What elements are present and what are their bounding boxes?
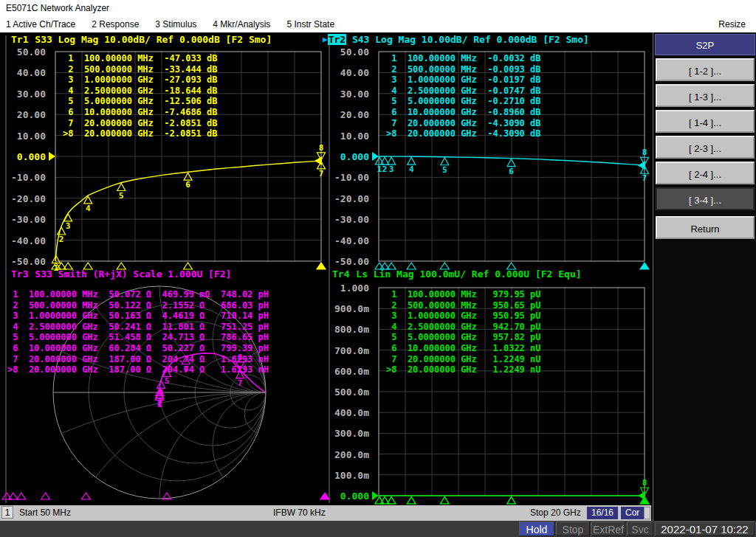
tr4-ytick: 700.0m: [329, 345, 369, 356]
tr4-ytick: 0.000: [329, 491, 369, 501]
tr1-ytick: 40.00: [6, 67, 46, 77]
softkey-3-4[interactable]: [ 3-4 ]...: [656, 187, 755, 210]
tr4-ytick: 800.0m: [329, 324, 369, 334]
active-trace-arrow-icon: ▶: [323, 35, 328, 44]
tr2-ytick: 50.00: [329, 46, 369, 57]
tr4-marker-row: >8 20.000000 GHz 1.2249 nU: [386, 364, 541, 375]
tr1-title: Tr1 S33 Log Mag 10.00dB/ Ref 0.000dB [F2…: [10, 34, 272, 46]
softkey-header-s2p: S2P: [655, 34, 755, 55]
tr1-marker-row: 1 100.00000 MHz -47.033 dB: [63, 53, 218, 64]
tr2-ytick: -40.00: [329, 235, 369, 246]
start-frequency-label: Start 50 MHz: [19, 505, 71, 521]
tr4-ytick: 900.0m: [329, 303, 369, 313]
window-title: E5071C Network Analyzer: [0, 0, 756, 16]
softkey-1-3[interactable]: [ 1-3 ]...: [656, 84, 755, 107]
menu-response[interactable]: 2 Response: [92, 16, 139, 32]
menu-instr-state[interactable]: 5 Instr State: [286, 16, 334, 32]
tr3-marker-row: >8 20.000000 GHz 187.00 Ω 204.74 Ω 1.629…: [7, 364, 269, 375]
tr2-ytick: -50.00: [329, 256, 369, 266]
extref-indicator: ExtRef: [591, 522, 625, 536]
tr3-marker-table: 1 100.00000 MHz 50.072 Ω 469.99 mΩ 748.0…: [7, 289, 269, 375]
tr1-title-rest: S33 Log Mag 10.00dB/ Ref 0.000dB [F2 Smo…: [29, 34, 272, 45]
tr2-ytick: 10.00: [329, 131, 369, 141]
tr1-ytick: -50.00: [6, 256, 46, 266]
tr1-marker-row: 5 5.0000000 GHz -12.506 dB: [63, 96, 218, 107]
tr2-ytick: 20.00: [329, 109, 369, 119]
tr3-marker-row: 4 2.5000000 GHz 50.241 Ω 11.801 Ω 751.25…: [7, 322, 269, 333]
tr3-marker-row: 3 1.0000000 GHz 50.163 Ω 4.4619 Ω 710.14…: [7, 311, 269, 322]
tr3-marker-row: 2 500.00000 MHz 50.122 Ω 2.1552 Ω 686.03…: [7, 300, 269, 311]
tr2-ytick: 30.00: [329, 89, 369, 99]
tr1-marker-row: 7 20.000000 GHz -2.0851 dB: [63, 118, 218, 129]
stop-frequency-label: Stop 20 GHz: [530, 505, 581, 521]
tr2-marker-row: 7 20.000000 GHz -4.3090 dB: [386, 118, 541, 129]
softkey-2-3[interactable]: [ 2-3 ]...: [656, 136, 755, 159]
tr4-marker-row: 3 1.0000000 GHz 950.95 pU: [386, 311, 541, 322]
menu-resize[interactable]: Resize: [718, 16, 746, 32]
tr2-ytick: 40.00: [329, 67, 369, 77]
tr2-marker-row: 2 500.00000 MHz -0.0093 dB: [386, 64, 541, 75]
tr2-marker-table: 1 100.00000 MHz -0.0032 dB 2 500.00000 M…: [386, 53, 541, 139]
tr4-ytick: 1.000: [329, 283, 369, 293]
tr3-marker-row: 1 100.00000 MHz 50.072 Ω 469.99 mΩ 748.0…: [7, 289, 269, 300]
softkey-2-4[interactable]: [ 2-4 ]...: [656, 162, 755, 184]
tr4-ytick: 400.0m: [329, 407, 369, 418]
tr1-ytick: 10.00: [6, 131, 46, 141]
sweep-points-badge: 16/16: [587, 507, 618, 519]
softkey-sidebar: S2P [ 1-2 ]... [ 1-3 ]... [ 1-4 ]... [ 2…: [653, 32, 756, 521]
tr4-title: Tr4 Ls Lin Mag 100.0mU/ Ref 0.000U [F2 E…: [331, 268, 582, 280]
tr2-marker-row: 4 2.5000000 GHz -0.0747 dB: [386, 86, 541, 97]
tr3-title: Tr3 S33 Smith (R+jX) Scale 1.000U [F2]: [10, 268, 231, 280]
tr3-title-rest: S33 Smith (R+jX) Scale 1.000U [F2]: [29, 268, 231, 280]
tr3-marker-row: 5 5.0000000 GHz 51.458 Ω 24.713 Ω 786.65…: [7, 332, 269, 343]
correction-badge: Cor: [621, 507, 644, 519]
tr1-ytick: -10.00: [6, 172, 46, 182]
menu-active-ch-trace[interactable]: 1 Active Ch/Trace: [6, 16, 75, 32]
menu-stimulus[interactable]: 3 Stimulus: [155, 16, 196, 32]
channel-status-bar: 1 Start 50 MHz IFBW 70 kHz Stop 20 GHz 1…: [0, 505, 651, 521]
tr2-ytick: -10.00: [329, 172, 369, 182]
tr1-ytick: 30.00: [6, 89, 46, 99]
tr1-ytick: -20.00: [6, 193, 46, 204]
tr2-marker-row: 1 100.00000 MHz -0.0032 dB: [386, 53, 541, 64]
instrument-status-bar: Hold Stop ExtRef Svc 2022-01-07 10:22: [0, 521, 756, 537]
softkey-1-2[interactable]: [ 1-2 ]...: [656, 58, 755, 81]
tr2-marker-row: 6 10.000000 GHz -0.8960 dB: [386, 107, 541, 118]
tr4-title-rest: Ls Lin Mag 100.0mU/ Ref 0.000U [F2 Equ]: [350, 268, 581, 280]
trigger-indicator-box: [644, 507, 650, 519]
tr3-marker-row: 7 20.000000 GHz 187.00 Ω 204.74 Ω 1.6293…: [7, 354, 269, 365]
tr4-ytick: 600.0m: [329, 366, 369, 376]
tr2-title-rest: S43 Log Mag 10.00dB/ Ref 0.000dB [F2 Smo…: [346, 34, 589, 45]
tr2-marker-row: 5 5.0000000 GHz -0.2710 dB: [386, 96, 541, 107]
tr4-ytick: 500.0m: [329, 387, 369, 397]
tr1-marker-row: 3 1.0000000 GHz -27.093 dB: [63, 75, 218, 86]
datetime-display: 2022-01-07 10:22: [655, 522, 755, 536]
tr1-ytick: 50.00: [6, 46, 46, 57]
menu-bar: 1 Active Ch/Trace 2 Response 3 Stimulus …: [0, 16, 756, 32]
tr1-ytick: -40.00: [6, 235, 46, 246]
tr1-ytick: 0.000: [6, 151, 46, 162]
tr1-marker-row: 2 500.00000 MHz -33.444 dB: [63, 64, 218, 75]
stop-indicator: Stop: [556, 522, 590, 536]
tr3-marker-row: 6 10.000000 GHz 60.284 Ω 50.227 Ω 799.39…: [7, 343, 269, 354]
tr2-ytick: -20.00: [329, 193, 369, 204]
tr3-title-head: Tr3: [10, 268, 29, 280]
tr4-marker-row: 5 5.0000000 GHz 957.82 pU: [386, 332, 541, 343]
channel-number-box: 1: [1, 506, 13, 519]
tr4-ytick: 300.0m: [329, 428, 369, 438]
menu-mkr-analysis[interactable]: 4 Mkr/Analysis: [213, 16, 270, 32]
tr4-title-head: Tr4: [331, 268, 350, 280]
tr4-marker-row: 7 20.000000 GHz 1.2249 nU: [386, 354, 541, 365]
tr1-marker-row: 4 2.5000000 GHz -18.644 dB: [63, 86, 218, 97]
tr1-marker-row: 6 10.000000 GHz -7.4686 dB: [63, 107, 218, 118]
tr4-marker-row: 2 500.00000 MHz 950.65 pU: [386, 300, 541, 311]
tr4-ytick: 100.0m: [329, 470, 369, 480]
softkey-1-4[interactable]: [ 1-4 ]...: [656, 110, 755, 133]
tr1-marker-table: 1 100.00000 MHz -47.033 dB 2 500.00000 M…: [63, 53, 218, 139]
hold-status-badge: Hold: [519, 522, 554, 536]
tr1-marker-row: >8 20.000000 GHz -2.0851 dB: [63, 128, 218, 139]
tr2-title: ▶Tr2 S43 Log Mag 10.00dB/ Ref 0.000dB [F…: [323, 34, 589, 46]
softkey-return[interactable]: Return: [656, 216, 755, 239]
tr1-ytick: -30.00: [6, 214, 46, 224]
tr4-marker-row: 6 10.000000 GHz 1.0322 nU: [386, 343, 541, 354]
